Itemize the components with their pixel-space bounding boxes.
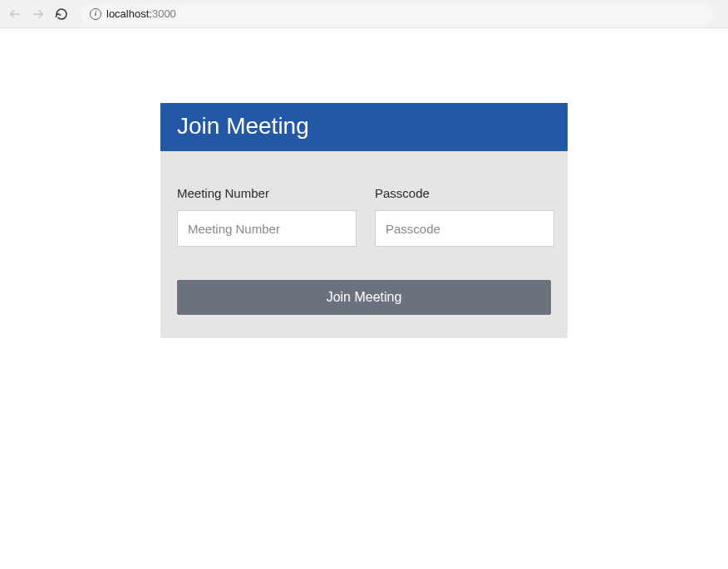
passcode-field: Passcode: [375, 186, 554, 247]
meeting-number-label: Meeting Number: [177, 186, 357, 200]
join-meeting-card: Join Meeting Meeting Number Passcode Joi…: [160, 103, 568, 338]
address-bar[interactable]: i localhost:3000: [81, 3, 713, 25]
site-info-icon[interactable]: i: [90, 8, 101, 20]
back-icon[interactable]: [7, 6, 23, 22]
meeting-number-input[interactable]: [177, 210, 357, 247]
passcode-input[interactable]: [375, 210, 554, 247]
page-content: Join Meeting Meeting Number Passcode Joi…: [0, 28, 728, 338]
forward-icon[interactable]: [30, 6, 47, 22]
passcode-label: Passcode: [375, 186, 554, 200]
url-port: 3000: [152, 7, 176, 20]
meeting-number-field: Meeting Number: [177, 186, 357, 247]
card-title: Join Meeting: [160, 103, 568, 151]
url-display: localhost:3000: [106, 7, 176, 20]
reload-icon[interactable]: [53, 6, 70, 22]
card-body: Meeting Number Passcode Join Meeting: [160, 151, 568, 338]
join-meeting-button[interactable]: Join Meeting: [177, 280, 551, 315]
form-row: Meeting Number Passcode: [177, 186, 551, 247]
browser-toolbar: i localhost:3000: [0, 0, 728, 28]
url-host: localhost:: [106, 7, 152, 20]
